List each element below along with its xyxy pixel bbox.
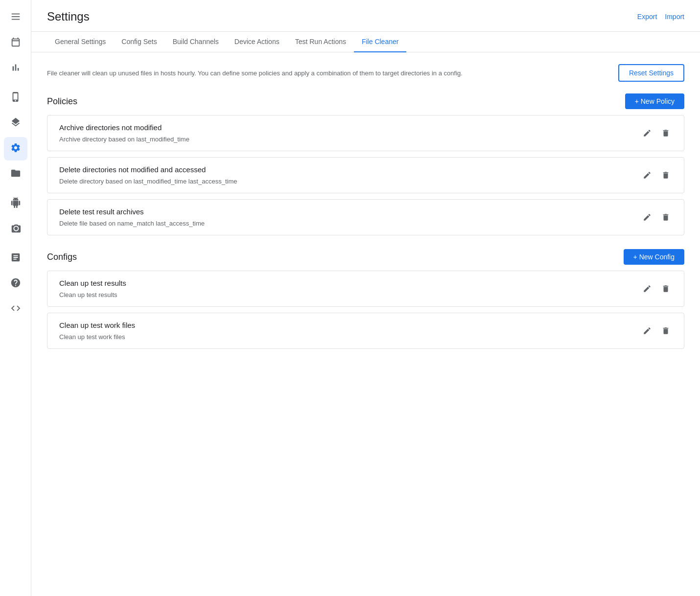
config-actions-1 bbox=[641, 324, 672, 337]
policy-name-1: Delete directories not modified and acce… bbox=[59, 165, 237, 174]
device-icon bbox=[10, 92, 21, 105]
sidebar-item-chart[interactable] bbox=[4, 57, 27, 80]
sidebar-item-folder[interactable] bbox=[4, 162, 27, 186]
policy-name-2: Delete test result archives bbox=[59, 207, 205, 216]
svg-rect-2 bbox=[11, 19, 20, 20]
tab-file-cleaner[interactable]: File Cleaner bbox=[354, 32, 406, 52]
sidebar-item-report[interactable] bbox=[4, 247, 27, 270]
policy-desc-1: Delete directory based on last_modified_… bbox=[59, 178, 237, 185]
calendar-icon bbox=[10, 37, 21, 50]
policies-title: Policies bbox=[47, 96, 77, 107]
tab-config-sets[interactable]: Config Sets bbox=[114, 32, 164, 52]
policy-edit-button-2[interactable] bbox=[641, 211, 653, 224]
policy-info-2: Delete test result archives Delete file … bbox=[59, 207, 205, 227]
sidebar-item-list[interactable] bbox=[4, 6, 27, 29]
tab-test-run-actions[interactable]: Test Run Actions bbox=[287, 32, 354, 52]
policy-desc-2: Delete file based on name_match last_acc… bbox=[59, 220, 205, 227]
export-link[interactable]: Export bbox=[637, 13, 657, 21]
page-header: Settings Export Import bbox=[31, 0, 700, 32]
policy-actions-1 bbox=[641, 169, 672, 182]
config-card-1: Clean up test work files Clean up test w… bbox=[47, 313, 684, 349]
svg-rect-0 bbox=[11, 13, 20, 14]
diagnostic-icon bbox=[10, 223, 21, 236]
sidebar-item-settings[interactable] bbox=[4, 137, 27, 160]
import-link[interactable]: Import bbox=[665, 13, 684, 21]
tabs-bar: General Settings Config Sets Build Chann… bbox=[31, 32, 700, 52]
folder-icon bbox=[10, 168, 21, 181]
config-delete-button-1[interactable] bbox=[659, 324, 672, 337]
config-name-1: Clean up test work files bbox=[59, 321, 135, 329]
policy-delete-button-2[interactable] bbox=[659, 211, 672, 224]
tab-device-actions[interactable]: Device Actions bbox=[227, 32, 287, 52]
config-name-0: Clean up test results bbox=[59, 279, 126, 287]
configs-section-header: Configs + New Config bbox=[47, 249, 684, 265]
policy-desc-0: Archive directory based on last_modified… bbox=[59, 136, 189, 143]
help-icon bbox=[10, 277, 21, 291]
policy-card-1: Delete directories not modified and acce… bbox=[47, 157, 684, 193]
policy-name-0: Archive directories not modified bbox=[59, 123, 189, 132]
sidebar bbox=[0, 0, 31, 596]
file-cleaner-content: File cleaner will clean up unused files … bbox=[31, 52, 700, 596]
policy-delete-button-0[interactable] bbox=[659, 127, 672, 139]
tab-build-channels[interactable]: Build Channels bbox=[165, 32, 227, 52]
sidebar-item-calendar[interactable] bbox=[4, 31, 27, 55]
tab-general-settings[interactable]: General Settings bbox=[47, 32, 114, 52]
policy-delete-button-1[interactable] bbox=[659, 169, 672, 182]
list-icon bbox=[10, 11, 21, 24]
policy-edit-button-0[interactable] bbox=[641, 127, 653, 139]
policy-edit-button-1[interactable] bbox=[641, 169, 653, 182]
policy-info-0: Archive directories not modified Archive… bbox=[59, 123, 189, 143]
config-card-0: Clean up test results Clean up test resu… bbox=[47, 271, 684, 307]
config-desc-1: Clean up test work files bbox=[59, 333, 135, 341]
description-row: File cleaner will clean up unused files … bbox=[47, 64, 684, 82]
description-text: File cleaner will clean up unused files … bbox=[47, 69, 607, 77]
config-delete-button-0[interactable] bbox=[659, 282, 672, 295]
chart-icon bbox=[10, 62, 21, 75]
policies-section-header: Policies + New Policy bbox=[47, 93, 684, 109]
sidebar-item-android[interactable] bbox=[4, 192, 27, 215]
config-edit-button-1[interactable] bbox=[641, 324, 653, 337]
new-config-button[interactable]: + New Config bbox=[624, 249, 684, 265]
sidebar-item-layers[interactable] bbox=[4, 112, 27, 135]
svg-rect-1 bbox=[11, 16, 20, 17]
policy-actions-0 bbox=[641, 127, 672, 139]
new-policy-button[interactable]: + New Policy bbox=[625, 93, 684, 109]
sidebar-item-code[interactable] bbox=[4, 298, 27, 321]
reset-settings-button[interactable]: Reset Settings bbox=[618, 64, 684, 82]
main-content: Settings Export Import General Settings … bbox=[31, 0, 700, 596]
header-actions: Export Import bbox=[637, 13, 684, 21]
settings-icon bbox=[10, 142, 21, 156]
sidebar-item-device[interactable] bbox=[4, 86, 27, 110]
config-desc-0: Clean up test results bbox=[59, 291, 126, 298]
sidebar-item-diagnostic[interactable] bbox=[4, 217, 27, 241]
sidebar-item-help[interactable] bbox=[4, 272, 27, 296]
policy-info-1: Delete directories not modified and acce… bbox=[59, 165, 237, 185]
code-icon bbox=[10, 303, 21, 316]
config-actions-0 bbox=[641, 282, 672, 295]
policy-card-2: Delete test result archives Delete file … bbox=[47, 199, 684, 235]
config-info-0: Clean up test results Clean up test resu… bbox=[59, 279, 126, 298]
page-title: Settings bbox=[47, 10, 90, 23]
config-info-1: Clean up test work files Clean up test w… bbox=[59, 321, 135, 341]
layers-icon bbox=[10, 117, 21, 130]
policy-card-0: Archive directories not modified Archive… bbox=[47, 115, 684, 151]
android-icon bbox=[10, 197, 21, 210]
config-edit-button-0[interactable] bbox=[641, 282, 653, 295]
report-icon bbox=[10, 252, 21, 265]
policy-actions-2 bbox=[641, 211, 672, 224]
configs-title: Configs bbox=[47, 252, 77, 262]
